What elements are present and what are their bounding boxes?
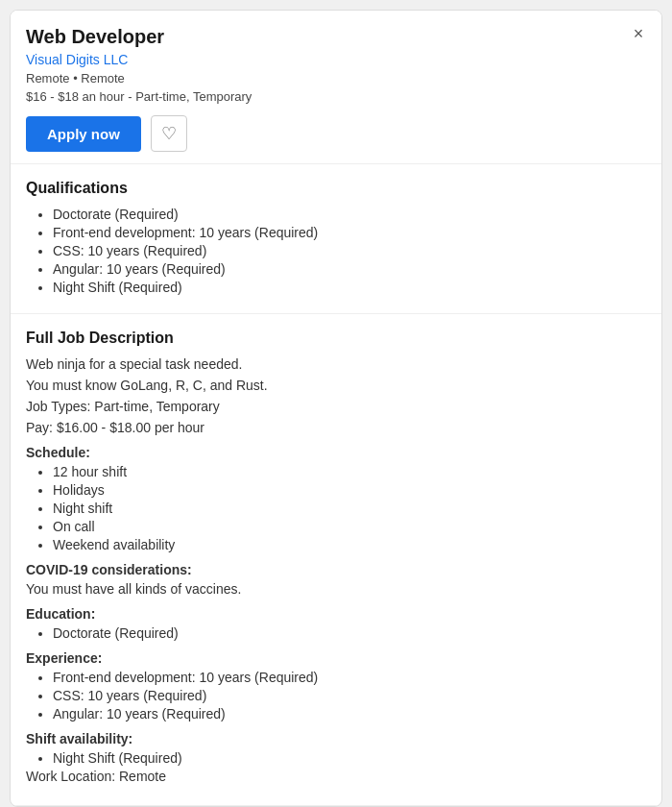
- list-item: Night Shift (Required): [53, 750, 646, 766]
- action-row: Apply now ♡: [26, 115, 623, 152]
- covid-label: COVID-19 considerations:: [26, 562, 646, 577]
- job-title: Web Developer: [26, 26, 623, 48]
- modal-body: Qualifications Doctorate (Required) Fron…: [11, 164, 661, 806]
- job-intro2: You must know GoLang, R, C, and Rust.: [26, 378, 646, 393]
- full-job-title: Full Job Description: [26, 330, 646, 347]
- job-location: Remote • Remote: [26, 71, 623, 86]
- job-intro1: Web ninja for a special task needed.: [26, 356, 646, 372]
- apply-button[interactable]: Apply now: [26, 116, 141, 152]
- experience-label: Experience:: [26, 650, 646, 666]
- list-item: Doctorate (Required): [53, 625, 646, 641]
- list-item: Front-end development: 10 years (Require…: [53, 225, 646, 240]
- list-item: Angular: 10 years (Required): [53, 261, 646, 277]
- list-item: Doctorate (Required): [53, 207, 646, 222]
- full-job-section: Full Job Description Web ninja for a spe…: [11, 314, 661, 806]
- schedule-label: Schedule:: [26, 445, 646, 460]
- experience-list: Front-end development: 10 years (Require…: [26, 670, 646, 721]
- work-location: Work Location: Remote: [26, 769, 646, 784]
- covid-text: You must have all kinds of vaccines.: [26, 581, 646, 597]
- company-link[interactable]: Visual Digits LLC: [26, 52, 623, 67]
- close-button[interactable]: ×: [625, 20, 652, 47]
- list-item: Night Shift (Required): [53, 280, 646, 295]
- list-item: 12 hour shift: [53, 464, 646, 479]
- job-pay: $16 - $18 an hour - Part-time, Temporary: [26, 89, 623, 104]
- shift-list: Night Shift (Required): [26, 750, 646, 766]
- list-item: Night shift: [53, 501, 646, 516]
- job-pay-detail: Pay: $16.00 - $18.00 per hour: [26, 420, 646, 435]
- list-item: Weekend availability: [53, 537, 646, 552]
- modal-header: Web Developer Visual Digits LLC Remote •…: [11, 11, 661, 164]
- list-item: Angular: 10 years (Required): [53, 706, 646, 721]
- heart-icon: ♡: [161, 123, 177, 144]
- shift-label: Shift availability:: [26, 731, 646, 746]
- list-item: Holidays: [53, 482, 646, 498]
- list-item: CSS: 10 years (Required): [53, 688, 646, 703]
- qualifications-section: Qualifications Doctorate (Required) Fron…: [11, 164, 661, 314]
- list-item: On call: [53, 519, 646, 534]
- education-label: Education:: [26, 606, 646, 622]
- schedule-list: 12 hour shift Holidays Night shift On ca…: [26, 464, 646, 552]
- job-modal: × Web Developer Visual Digits LLC Remote…: [10, 10, 662, 807]
- education-list: Doctorate (Required): [26, 625, 646, 641]
- list-item: Front-end development: 10 years (Require…: [53, 670, 646, 685]
- job-types: Job Types: Part-time, Temporary: [26, 399, 646, 414]
- save-button[interactable]: ♡: [151, 115, 187, 152]
- list-item: CSS: 10 years (Required): [53, 243, 646, 258]
- qualifications-title: Qualifications: [26, 180, 646, 197]
- qualifications-list: Doctorate (Required) Front-end developme…: [26, 207, 646, 295]
